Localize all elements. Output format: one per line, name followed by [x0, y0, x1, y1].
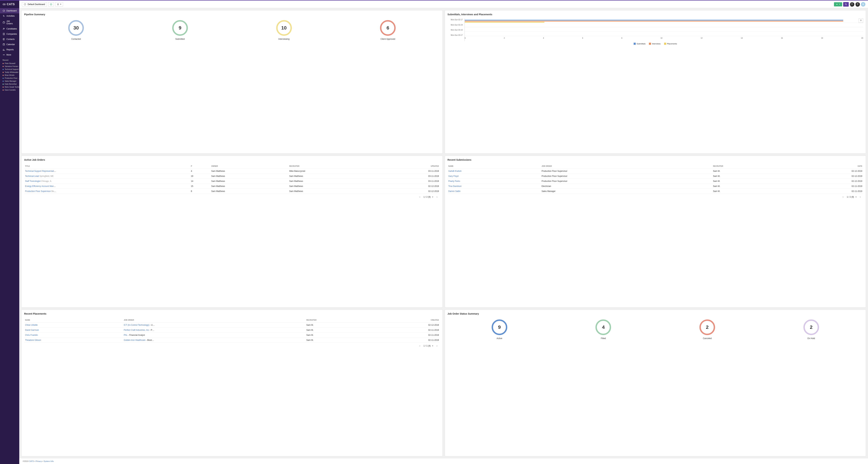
cell-title: Technical Lead Springfield, ME [24, 174, 190, 179]
cell-job: PhL - Financial Analyst [123, 333, 306, 338]
company-link[interactable]: PhL [124, 334, 127, 336]
recent-item[interactable]: Production Floor … [0, 77, 19, 80]
brand-logo[interactable]: CATS [0, 1, 19, 8]
chevron-down-icon: ▼ [839, 3, 840, 5]
legend-item[interactable]: Placements [664, 43, 677, 45]
column-header[interactable]: NAME [447, 164, 541, 169]
prev-page-button[interactable]: ← [841, 195, 845, 199]
metric-item[interactable]: 30Contacted [68, 20, 84, 40]
candidate-link[interactable]: Theadore Gibson [25, 339, 41, 341]
sidebar-item-contacts[interactable]: Contacts [0, 37, 19, 42]
create-button[interactable]: ▼ [834, 2, 842, 6]
gauge-icon [3, 9, 5, 12]
metric-item[interactable]: 10Interviewing [276, 20, 292, 40]
recent-item[interactable]: Teddy Whitewater [0, 71, 19, 74]
column-header[interactable]: CREATED [371, 318, 440, 323]
recent-item-label: Technical Support… [5, 68, 19, 70]
job-link[interactable]: Energy Efficiency Account Manager [25, 185, 56, 188]
prev-page-button[interactable]: ← [418, 195, 422, 199]
sidebar-item-companies[interactable]: Companies [0, 31, 19, 37]
recent-item[interactable]: Brian Wristin [0, 74, 19, 77]
legend-swatch [664, 43, 666, 45]
prev-page-button[interactable]: ← [418, 344, 422, 347]
candidate-link[interactable]: Gary Floyd [448, 175, 459, 177]
help-button[interactable]: ? [855, 2, 860, 7]
sidebar-item-calendar[interactable]: Calendar [0, 42, 19, 47]
metric-item[interactable]: 9Submitted [172, 20, 188, 40]
company-link[interactable]: ICT (In-Control Technology) [124, 324, 149, 326]
next-page-button[interactable]: → [435, 195, 439, 199]
x-axis-label: 12 [701, 37, 703, 39]
building-icon [3, 33, 5, 35]
status-dot [3, 87, 4, 88]
job-link[interactable]: Production Floor Supervisor [25, 190, 51, 193]
column-header[interactable]: JOB ORDER [123, 318, 306, 323]
job-link[interactable]: Technical Support Representative [25, 170, 56, 172]
candidate-link[interactable]: Chris Franklin [25, 334, 38, 336]
pager-text[interactable]: 1 / 1 (4) [424, 344, 431, 347]
search-button[interactable] [843, 2, 849, 7]
dashboard-menu-button[interactable]: ▼ [55, 2, 63, 7]
candidate-link[interactable]: Gahdli Krahsh [448, 170, 462, 172]
metric-item[interactable]: 2Canceled [700, 320, 715, 340]
job-link[interactable]: Technical Lead [25, 175, 39, 177]
candidate-link[interactable]: Darren Saltin [448, 190, 461, 193]
candidate-link[interactable]: Tina Davidson [448, 185, 462, 188]
sidebar-item-label: Activities [6, 15, 14, 17]
metric-item[interactable]: 4Filled [595, 320, 611, 340]
footer-brand-link[interactable]: CATS [29, 460, 34, 462]
candidate-link[interactable]: Pearly Parks [448, 180, 460, 183]
sidebar-item-candidates[interactable]: Candidates [0, 26, 19, 31]
column-header[interactable]: NAME [24, 318, 123, 323]
sidebar-item-activities[interactable]: Activities [0, 13, 19, 19]
company-link[interactable]: Perfect Craft Industries, Inc [124, 329, 149, 331]
company-link[interactable]: Golden-Iron Healthcare [124, 339, 146, 341]
legend-item[interactable]: Submittals [633, 43, 646, 45]
mobile-button[interactable] [850, 2, 854, 7]
sidebar-item-reports[interactable]: Reports [0, 47, 19, 52]
column-header[interactable]: RECRUITER [306, 318, 371, 323]
metric-item[interactable]: 9Active [492, 320, 507, 340]
cell-recruiter: Sam Matthews [288, 184, 377, 189]
user-avatar[interactable]: S [861, 2, 865, 7]
sidebar-item-dashboard[interactable]: Dashboard [0, 8, 19, 13]
pager-text[interactable]: 1 / 2 (9) [847, 196, 854, 198]
job-link[interactable]: Staff Toxicologist [25, 180, 41, 183]
cell-created: 02-11-2019 [371, 338, 440, 343]
recent-item[interactable]: Sales Manager [0, 80, 19, 82]
add-dashboard-button[interactable] [48, 2, 54, 7]
cell-name: Theadore Gibson [24, 338, 123, 343]
column-header[interactable]: OWNER [210, 164, 288, 169]
column-header[interactable]: TITLE [24, 164, 190, 169]
metric-item[interactable]: 2On Hold [803, 320, 819, 340]
dashboard-selector[interactable]: Default Dashboard [22, 2, 47, 7]
recent-item[interactable]: Technical Support… [0, 68, 19, 71]
column-header[interactable]: UPDATED [377, 164, 440, 169]
x-axis-label: 8 [621, 37, 622, 39]
sidebar-item-job-orders[interactable]: Job Orders [0, 19, 19, 26]
recent-item[interactable]: Retro Grade Techn… [0, 86, 19, 89]
privacy-link[interactable]: Privacy [36, 460, 42, 462]
column-header[interactable]: RECRUITER [288, 164, 377, 169]
column-header[interactable]: P [190, 164, 210, 169]
recent-item[interactable]: Katie Berenthal [0, 82, 19, 86]
column-header[interactable]: RECRUITER [712, 164, 786, 169]
cell-p: 19 [190, 174, 210, 179]
cell-recruiter: Sam M. [712, 184, 786, 189]
candidate-link[interactable]: David Garrison [25, 329, 39, 331]
pager-text[interactable]: 1 / 2 (9) [424, 196, 431, 198]
candidate-link[interactable]: Chloe Urbelle [25, 324, 38, 326]
column-header[interactable]: DATE [786, 164, 863, 169]
cell-created: 02-11-2019 [371, 328, 440, 333]
legend-item[interactable]: Interviews [649, 43, 660, 45]
recent-item[interactable]: Salvatore Ferraro [0, 65, 19, 68]
recent-item[interactable]: Dave Candels [0, 89, 19, 92]
column-header[interactable]: JOB ORDER [540, 164, 712, 169]
role-text: - Production We [149, 329, 155, 331]
next-page-button[interactable]: → [435, 344, 439, 347]
next-page-button[interactable]: → [858, 195, 862, 199]
system-info-link[interactable]: System Info [43, 460, 54, 462]
recent-item[interactable]: Peter Boswell [0, 62, 19, 65]
metric-item[interactable]: 6Client Approved [380, 20, 396, 40]
sidebar-item-more[interactable]: More [0, 52, 19, 58]
